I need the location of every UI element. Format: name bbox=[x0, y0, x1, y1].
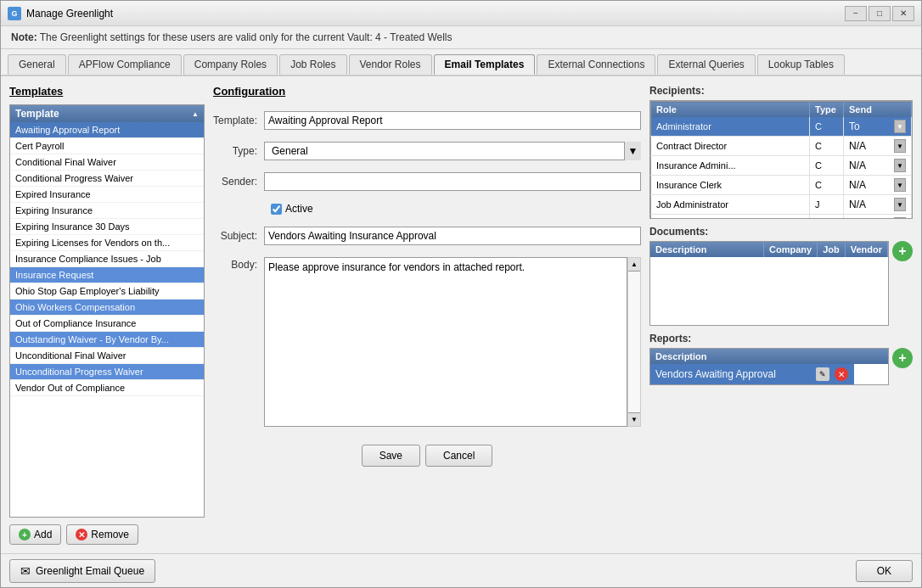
body-textarea[interactable]: Please approve insurance for vendors in … bbox=[264, 257, 627, 427]
subject-field-row: Subject: bbox=[213, 227, 641, 245]
recipient-send-admin: To ▼ bbox=[844, 117, 912, 137]
template-item-cond-progress[interactable]: Conditional Progress Waiver bbox=[10, 171, 204, 187]
recipients-col-type: Type bbox=[810, 102, 844, 118]
template-label: Template: bbox=[213, 115, 264, 126]
type-select-wrapper: General Specific ▼ bbox=[264, 142, 641, 160]
app-icon: G bbox=[8, 7, 21, 20]
template-item-cert[interactable]: Cert Payroll bbox=[10, 138, 204, 154]
save-button[interactable]: Save bbox=[362, 445, 420, 467]
template-item-expired[interactable]: Expired Insurance bbox=[10, 187, 204, 203]
tab-external-queries[interactable]: External Queries bbox=[657, 54, 755, 75]
tab-vendor-roles[interactable]: Vendor Roles bbox=[349, 54, 432, 75]
scroll-down-icon[interactable]: ▼ bbox=[628, 412, 640, 426]
add-template-button[interactable]: + Add bbox=[9, 524, 61, 545]
title-bar: G Manage Greenlight − □ ✕ bbox=[1, 1, 921, 26]
form-action-buttons: Save Cancel bbox=[213, 445, 641, 467]
recipient-row-job-admin[interactable]: Job Administrator J N/A ▼ bbox=[651, 195, 912, 215]
template-item-ohio-stopgap[interactable]: Ohio Stop Gap Employer's Liability bbox=[10, 283, 204, 300]
recipient-send-dropdown-contract[interactable]: ▼ bbox=[894, 139, 906, 153]
docs-col-company: Company bbox=[764, 242, 818, 257]
body-area-wrapper: Please approve insurance for vendors in … bbox=[264, 257, 627, 429]
cancel-button[interactable]: Cancel bbox=[425, 445, 492, 467]
recipient-send-dropdown-admin[interactable]: ▼ bbox=[894, 120, 906, 133]
recipient-row-lien[interactable]: Lien Waiver Coor... C N/A ▼ bbox=[651, 215, 912, 220]
main-content: Templates Template ▲ Awaiting Approval R… bbox=[1, 76, 921, 553]
tab-lookup-tables[interactable]: Lookup Tables bbox=[757, 54, 845, 75]
add-report-button[interactable]: + bbox=[892, 348, 913, 368]
body-label: Body: bbox=[213, 257, 264, 271]
report-edit-button[interactable]: ✎ bbox=[816, 367, 829, 381]
template-field-row: Template: bbox=[213, 111, 641, 130]
scroll-up-icon[interactable]: ▲ bbox=[628, 258, 640, 272]
template-item-cond-final[interactable]: Conditional Final Waiver bbox=[10, 154, 204, 171]
template-item-expiring-lic[interactable]: Expiring Licenses for Vendors on th... bbox=[10, 235, 204, 251]
template-item-outstanding[interactable]: Outstanding Waiver - By Vendor By... bbox=[10, 332, 204, 348]
docs-col-job: Job bbox=[818, 242, 846, 257]
recipient-row-insurance-clerk[interactable]: Insurance Clerk C N/A ▼ bbox=[651, 176, 912, 195]
recipients-label: Recipients: bbox=[649, 85, 913, 97]
reports-table-wrapper: Description Vendors Awaiting Approval ✎ bbox=[649, 348, 889, 385]
recipient-row-contract[interactable]: Contract Director C N/A ▼ bbox=[651, 137, 912, 156]
remove-template-button[interactable]: ✕ Remove bbox=[66, 524, 138, 545]
recipient-send-dropdown-job-admin[interactable]: ▼ bbox=[894, 198, 906, 211]
template-item-uncond-progress[interactable]: Unconditional Progress Waiver bbox=[10, 364, 204, 380]
tab-job-roles[interactable]: Job Roles bbox=[279, 54, 346, 75]
template-input[interactable] bbox=[264, 111, 641, 130]
template-item-insurance-comp[interactable]: Insurance Compliance Issues - Job bbox=[10, 251, 204, 267]
close-button[interactable]: ✕ bbox=[892, 6, 914, 21]
subject-input[interactable] bbox=[264, 227, 641, 245]
email-queue-button[interactable]: ✉ Greenlight Email Queue bbox=[9, 559, 155, 583]
right-side-panel: Recipients: Role Type Send Admin bbox=[649, 85, 913, 545]
recipient-type-contract: C bbox=[810, 137, 844, 156]
minimize-button[interactable]: − bbox=[845, 6, 867, 21]
footer-bar: ✉ Greenlight Email Queue OK bbox=[1, 553, 921, 587]
add-document-button[interactable]: + bbox=[892, 241, 913, 261]
tab-apflow[interactable]: APFlow Compliance bbox=[68, 54, 182, 75]
recipients-section: Recipients: Role Type Send Admin bbox=[649, 85, 913, 219]
tab-email-templates[interactable]: Email Templates bbox=[434, 54, 536, 75]
report-row-vendors[interactable]: Vendors Awaiting Approval ✎ ✕ bbox=[650, 364, 854, 384]
template-item-awaiting[interactable]: Awaiting Approval Report bbox=[10, 122, 204, 138]
tab-general[interactable]: General bbox=[8, 54, 66, 75]
title-bar-left: G Manage Greenlight bbox=[8, 7, 113, 20]
type-label: Type: bbox=[213, 145, 264, 157]
window-controls: − □ ✕ bbox=[845, 6, 914, 21]
recipient-type-insurance-clerk: C bbox=[810, 176, 844, 195]
template-item-uncond-final[interactable]: Unconditional Final Waiver bbox=[10, 348, 204, 364]
template-item-ohio-workers[interactable]: Ohio Workers Compensation bbox=[10, 300, 204, 316]
recipient-row-admin[interactable]: Administrator C To ▼ bbox=[651, 117, 912, 137]
active-checkbox-row: Active bbox=[271, 203, 641, 215]
template-item-insurance-req[interactable]: Insurance Request bbox=[10, 267, 204, 283]
ok-button[interactable]: OK bbox=[856, 560, 913, 582]
maximize-button[interactable]: □ bbox=[869, 6, 891, 21]
recipient-send-dropdown-ins-clerk[interactable]: ▼ bbox=[894, 178, 906, 192]
template-item-vendor-out[interactable]: Vendor Out of Compliance bbox=[10, 380, 204, 396]
template-item-out-compliance[interactable]: Out of Compliance Insurance bbox=[10, 316, 204, 332]
config-title: Configuration bbox=[213, 85, 641, 98]
recipient-row-insurance-admin[interactable]: Insurance Admini... C N/A ▼ bbox=[651, 156, 912, 176]
template-item-expiring[interactable]: Expiring Insurance bbox=[10, 203, 204, 219]
active-checkbox[interactable] bbox=[271, 204, 282, 215]
reports-col-extra2 bbox=[871, 349, 888, 364]
recipient-role-job-admin: Job Administrator bbox=[651, 195, 810, 215]
recipient-send-insurance-clerk: N/A ▼ bbox=[844, 176, 912, 195]
type-select[interactable]: General Specific bbox=[264, 142, 641, 160]
documents-table-wrapper: Description Company Job Vendor bbox=[649, 241, 889, 326]
recipient-send-dropdown-ins-admin[interactable]: ▼ bbox=[894, 159, 906, 172]
type-field-row: Type: General Specific ▼ bbox=[213, 142, 641, 160]
docs-col-vendor: Vendor bbox=[845, 242, 887, 257]
config-panel: Configuration Template: Type: General Sp… bbox=[213, 85, 641, 545]
reports-label: Reports: bbox=[649, 333, 913, 344]
template-item-expiring30[interactable]: Expiring Insurance 30 Days bbox=[10, 219, 204, 235]
recipient-send-dropdown-lien[interactable]: ▼ bbox=[894, 217, 906, 219]
tab-company-roles[interactable]: Company Roles bbox=[183, 54, 278, 75]
tab-external-connections[interactable]: External Connections bbox=[537, 54, 655, 75]
templates-panel: Templates Template ▲ Awaiting Approval R… bbox=[9, 85, 205, 545]
email-icon: ✉ bbox=[20, 564, 31, 578]
recipient-send-contract: N/A ▼ bbox=[844, 137, 912, 156]
recipients-table: Role Type Send Administrator C bbox=[650, 101, 912, 219]
report-delete-button[interactable]: ✕ bbox=[835, 367, 848, 381]
recipient-send-lien: N/A ▼ bbox=[844, 215, 912, 220]
sender-input[interactable] bbox=[264, 172, 641, 191]
report-desc-vendors: Vendors Awaiting Approval bbox=[655, 368, 812, 380]
